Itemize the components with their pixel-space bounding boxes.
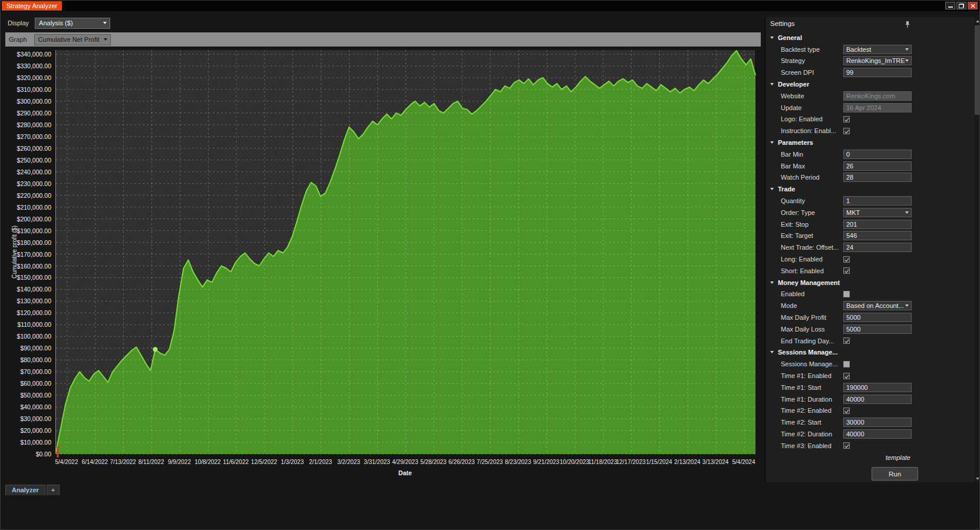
x-tick-label: 5/28/2023 <box>420 459 447 465</box>
property-label: Bar Min <box>781 151 843 158</box>
x-tick-label: 8/11/2022 <box>138 459 164 465</box>
graph-dropdown[interactable]: Cumulative Net Profit <box>34 34 111 45</box>
property-input-time-2-duration[interactable]: 40000 <box>843 429 912 439</box>
settings-rows: GeneralBacktest typeBacktestStrategyRenk… <box>765 32 974 452</box>
x-tick-label: 5/4/2024 <box>732 459 755 465</box>
property-input-max-daily-profit[interactable]: 5000 <box>843 313 912 322</box>
add-tab-button[interactable]: + <box>47 485 60 495</box>
property-dropdown-order-type[interactable]: MKT <box>843 208 912 217</box>
property-input-bar-min[interactable]: 0 <box>843 150 912 159</box>
section-label: Parameters <box>778 139 813 146</box>
property-label: Instruction: Enabl... <box>781 127 843 134</box>
scrollbar-thumb[interactable] <box>975 25 980 115</box>
y-tick-label: $250,000.00 <box>17 157 51 164</box>
section-label: General <box>778 34 802 41</box>
run-button[interactable]: Run <box>872 467 918 481</box>
collapse-arrow-icon[interactable] <box>770 351 774 353</box>
property-input-next-trade-offset[interactable]: 24 <box>843 243 912 252</box>
property-input-time-1-start[interactable]: 190000 <box>843 383 912 392</box>
property-input-website: RenkoKings.com <box>843 91 912 101</box>
display-dropdown[interactable]: Analysis ($) <box>35 18 110 29</box>
property-label: Screen DPI <box>781 69 843 76</box>
property-checkbox-time-1-enabled[interactable] <box>843 373 850 379</box>
y-tick-label: $310,000.00 <box>17 86 51 93</box>
settings-section-general: General <box>765 32 974 44</box>
y-axis-labels: $340,000.00$330,000.00$320,000.00$310,00… <box>5 50 52 454</box>
property-checkbox-short-enabled[interactable] <box>843 267 850 274</box>
tab-analyzer[interactable]: Analyzer <box>5 485 45 495</box>
x-tick-label: 11/6/2022 <box>223 459 249 465</box>
settings-row-website: WebsiteRenkoKings.com <box>765 90 974 102</box>
settings-row-mode: ModeBased on Account... <box>765 300 974 312</box>
property-input-time-2-start[interactable]: 30000 <box>843 418 912 427</box>
property-input-exit-stop[interactable]: 201 <box>843 220 912 229</box>
scroll-up-button[interactable] <box>974 17 980 25</box>
property-input-time-1-duration[interactable]: 40000 <box>843 395 912 404</box>
property-checkbox-enabled[interactable] <box>843 291 850 297</box>
plot-area[interactable] <box>55 50 755 454</box>
close-icon <box>971 4 975 8</box>
property-label: Time #3: Enabled <box>781 442 843 449</box>
settings-row-exit-target: Exit: Target546 <box>765 230 974 242</box>
pin-icon[interactable] <box>905 19 910 32</box>
property-dropdown-strategy[interactable]: RenkoKings_ImTRE <box>843 56 912 65</box>
scroll-down-button[interactable] <box>974 475 980 482</box>
collapse-arrow-icon[interactable] <box>770 141 774 144</box>
restore-button[interactable] <box>956 2 966 9</box>
property-checkbox-logo-enabled[interactable] <box>843 116 850 122</box>
property-label: Update <box>781 104 843 111</box>
x-tick-label: 3/31/2023 <box>364 459 390 465</box>
close-button[interactable] <box>968 2 978 9</box>
property-input-watch-period[interactable]: 28 <box>843 173 912 182</box>
y-tick-label: $230,000.00 <box>17 180 51 187</box>
property-checkbox-sessions-manage[interactable] <box>843 361 850 367</box>
settings-row-quantity: Quantity1 <box>765 195 974 207</box>
x-tick-label: 5/4/2022 <box>55 459 78 465</box>
x-tick-label: 1/3/2023 <box>281 459 304 465</box>
settings-row-screen-dpi: Screen DPI99 <box>765 67 974 78</box>
y-tick-label: $260,000.00 <box>17 145 51 152</box>
window-title-tab[interactable]: Strategy Analyzer <box>2 1 62 11</box>
property-dropdown-backtest-type[interactable]: Backtest <box>843 45 912 54</box>
property-input-screen-dpi[interactable]: 99 <box>843 68 912 77</box>
y-tick-label: $0.00 <box>36 450 51 458</box>
collapse-arrow-icon[interactable] <box>770 37 774 39</box>
settings-row-bar-min: Bar Min0 <box>765 148 974 160</box>
minimize-button[interactable] <box>945 2 955 9</box>
settings-row-update: Update16 Apr 2024 <box>765 102 974 114</box>
collapse-arrow-icon[interactable] <box>770 83 774 85</box>
property-label: Bar Max <box>781 163 843 170</box>
settings-row-max-daily-loss: Max Daily Loss5000 <box>765 323 974 335</box>
template-link[interactable]: template <box>886 454 910 461</box>
x-tick-label: 11/18/2023 <box>588 459 617 465</box>
chart-svg <box>56 50 755 454</box>
property-checkbox-end-trading-day[interactable] <box>843 337 850 344</box>
property-input-max-daily-loss[interactable]: 5000 <box>843 324 912 334</box>
property-checkbox-time-2-enabled[interactable] <box>843 408 850 414</box>
x-tick-label: 7/25/2023 <box>477 459 503 465</box>
property-label: Time #1: Duration <box>781 396 843 403</box>
y-tick-label: $180,000.00 <box>17 239 51 246</box>
y-tick-label: $330,000.00 <box>17 62 51 69</box>
collapse-arrow-icon[interactable] <box>770 188 774 190</box>
y-tick-label: $10,000.00 <box>20 439 51 446</box>
y-tick-label: $270,000.00 <box>17 133 51 140</box>
y-tick-label: $160,000.00 <box>17 263 51 270</box>
x-tick-label: 6/26/2023 <box>448 459 475 465</box>
collapse-arrow-icon[interactable] <box>770 281 774 284</box>
settings-scrollbar[interactable] <box>974 17 980 482</box>
property-input-quantity[interactable]: 1 <box>843 196 912 206</box>
property-checkbox-time-3-enabled[interactable] <box>843 442 850 449</box>
x-tick-label: 7/13/2022 <box>110 459 136 465</box>
property-checkbox-long-enabled[interactable] <box>843 256 850 263</box>
chevron-down-icon <box>976 478 979 480</box>
property-dropdown-mode[interactable]: Based on Account... <box>843 301 912 310</box>
property-label: Exit: Target <box>781 232 843 239</box>
property-input-bar-max[interactable]: 26 <box>843 161 912 171</box>
property-input-exit-target[interactable]: 546 <box>843 231 912 240</box>
trade-marker-dot <box>153 347 157 352</box>
property-label: Max Daily Profit <box>781 314 843 321</box>
chevron-down-icon <box>104 38 107 41</box>
y-tick-label: $200,000.00 <box>17 216 51 223</box>
property-checkbox-instruction-enabl[interactable] <box>843 128 850 134</box>
